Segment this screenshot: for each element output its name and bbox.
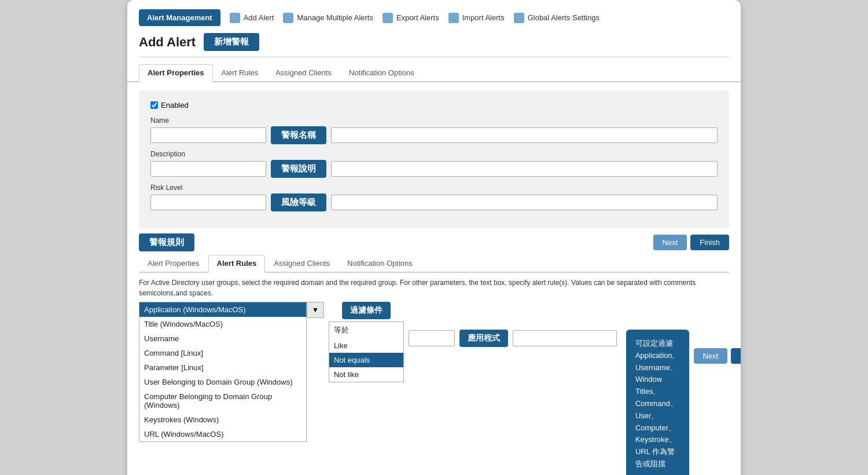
desc-input-extra[interactable] bbox=[331, 161, 718, 177]
tab-alert-properties[interactable]: Alert Properties bbox=[139, 64, 213, 82]
operator-equals[interactable]: 等於 bbox=[329, 322, 403, 338]
operator-not-like[interactable]: Not like bbox=[329, 367, 403, 382]
dropdown-item-title-win-mac[interactable]: Title (Windows/MacOS) bbox=[139, 317, 306, 331]
filter-type-dropdown[interactable]: Application (Windows/MacOS) Title (Windo… bbox=[139, 302, 307, 442]
name-input[interactable]: Line bbox=[150, 127, 266, 143]
name-input-row: Line 警報名稱 bbox=[150, 126, 718, 144]
nav-export-alerts-label: Export Alerts bbox=[396, 13, 439, 22]
risk-input-row: High 風險等級 bbox=[150, 193, 718, 211]
operator-not-equals[interactable]: Not equals bbox=[329, 353, 403, 367]
enabled-row: Enabled bbox=[150, 101, 718, 109]
name-label: Name bbox=[150, 116, 718, 125]
next-btn-1[interactable]: Next bbox=[653, 235, 687, 250]
filter-badge: 過濾條件 bbox=[342, 302, 391, 319]
nav-export-alerts[interactable]: Export Alerts bbox=[382, 13, 439, 23]
tab-bar-1: Alert Properties Alert Rules Assigned Cl… bbox=[127, 60, 741, 82]
dropdown-item-user-domain-win[interactable]: User Belonging to Domain Group (Windows) bbox=[139, 375, 306, 389]
enabled-checkbox[interactable] bbox=[150, 101, 158, 109]
dropdown-item-username[interactable]: Username bbox=[139, 331, 306, 346]
tab2-notification-options[interactable]: Notification Options bbox=[339, 255, 421, 272]
bottom-btn-group: Next Finish bbox=[694, 348, 741, 364]
risk-label: Risk Level bbox=[150, 184, 718, 192]
tab2-alert-properties[interactable]: Alert Properties bbox=[139, 255, 208, 272]
tab2-assigned-clients[interactable]: Assigned Clients bbox=[265, 255, 339, 272]
nav-manage-multiple-label: Manage Multiple Alerts bbox=[297, 13, 373, 22]
name-field: Name Line 警報名稱 bbox=[150, 116, 718, 144]
dropdown-item-app-win-mac[interactable]: Application (Windows/MacOS) bbox=[139, 302, 306, 317]
manage-multiple-icon bbox=[283, 13, 293, 23]
header-divider bbox=[139, 57, 729, 57]
risk-input[interactable]: High bbox=[150, 195, 266, 210]
desc-badge: 警報說明 bbox=[271, 160, 326, 178]
desc-input-row: Line chat 警報說明 bbox=[150, 160, 718, 178]
value-section: Line 應用程式 bbox=[409, 330, 617, 347]
next-btn-2[interactable]: Next bbox=[694, 348, 728, 364]
nav-global-settings-label: Global Alerts Settings bbox=[528, 13, 599, 22]
tab-alert-rules[interactable]: Alert Rules bbox=[213, 64, 267, 81]
page-title: Add Alert bbox=[139, 35, 196, 50]
desc-label: Description bbox=[150, 150, 718, 158]
dropdown-with-arrow: Application (Windows/MacOS) Title (Windo… bbox=[139, 302, 324, 442]
desc-input[interactable]: Line chat bbox=[150, 161, 266, 177]
add-alert-header: Add Alert 新增警報 bbox=[127, 26, 741, 51]
risk-field: Risk Level High 風險等級 bbox=[150, 184, 718, 211]
nav-add-alert[interactable]: Add Alert bbox=[230, 13, 274, 23]
operator-dropdown[interactable]: 等於 Like Not equals Not like bbox=[329, 321, 404, 382]
import-alerts-icon bbox=[448, 13, 459, 23]
properties-section: Enabled Name Line 警報名稱 Description Line … bbox=[139, 90, 729, 228]
dropdown-item-computer-domain-win[interactable]: Computer Belonging to Domain Group (Wind… bbox=[139, 389, 306, 412]
risk-input-extra[interactable] bbox=[331, 195, 718, 210]
filter-row: Application (Windows/MacOS) Title (Windo… bbox=[139, 302, 729, 475]
tab-assigned-clients[interactable]: Assigned Clients bbox=[267, 64, 340, 81]
nav-add-alert-label: Add Alert bbox=[244, 13, 274, 22]
tab-bar-2: Alert Properties Alert Rules Assigned Cl… bbox=[139, 255, 729, 273]
info-balloon: 可設定過濾 Application、Username、Window Titles… bbox=[626, 330, 689, 475]
rules-header: 警報規則 Next Finish bbox=[139, 233, 729, 251]
nav-import-alerts[interactable]: Import Alerts bbox=[448, 13, 505, 23]
desc-field: Description Line chat 警報說明 bbox=[150, 150, 718, 178]
finish-btn-1[interactable]: Finish bbox=[690, 235, 729, 250]
tab2-alert-rules[interactable]: Alert Rules bbox=[208, 255, 266, 273]
nav-global-settings[interactable]: Global Alerts Settings bbox=[514, 13, 599, 23]
top-nav: Alert Management Add Alert Manage Multip… bbox=[127, 0, 741, 26]
nav-import-alerts-label: Import Alerts bbox=[462, 13, 505, 22]
operator-like[interactable]: Like bbox=[329, 338, 403, 353]
finish-btn-2[interactable]: Finish bbox=[731, 348, 741, 364]
dropdown-item-command-linux[interactable]: Command [Linux] bbox=[139, 346, 306, 360]
dropdown-item-parameter-linux[interactable]: Parameter [Linux] bbox=[139, 360, 306, 375]
value-input-extra[interactable] bbox=[513, 330, 617, 346]
filter-description: For Active Directory user groups, select… bbox=[139, 277, 729, 298]
chinese-title-badge: 新增警報 bbox=[204, 33, 259, 51]
rules-section: 警報規則 Next Finish Alert Properties Alert … bbox=[139, 233, 729, 475]
dropdown-item-url-win-mac[interactable]: URL (Windows/MacOS) bbox=[139, 427, 306, 441]
nav-manage-multiple[interactable]: Manage Multiple Alerts bbox=[283, 13, 373, 23]
tab-notification-options[interactable]: Notification Options bbox=[340, 64, 423, 81]
alert-management-btn[interactable]: Alert Management bbox=[139, 9, 220, 26]
add-alert-icon bbox=[230, 13, 240, 23]
export-alerts-icon bbox=[382, 13, 393, 23]
global-settings-icon bbox=[514, 13, 524, 23]
value-input[interactable]: Line bbox=[409, 330, 455, 346]
rules-btn-group: Next Finish bbox=[653, 235, 729, 250]
risk-badge: 風險等級 bbox=[271, 193, 326, 211]
app-badge: 應用程式 bbox=[459, 330, 508, 347]
info-balloon-text: 可設定過濾 Application、Username、Window Titles… bbox=[635, 339, 680, 468]
name-input-extra[interactable] bbox=[331, 127, 718, 143]
enabled-label: Enabled bbox=[161, 101, 189, 109]
operator-section: 過濾條件 等於 Like Not equals Not like bbox=[329, 302, 404, 382]
dropdown-arrow-btn[interactable]: ▼ bbox=[307, 302, 324, 318]
dropdown-item-keystrokes-win[interactable]: Keystrokes (Windows) bbox=[139, 412, 306, 427]
name-badge: 警報名稱 bbox=[271, 126, 326, 144]
alert-rules-badge: 警報規則 bbox=[139, 233, 194, 251]
